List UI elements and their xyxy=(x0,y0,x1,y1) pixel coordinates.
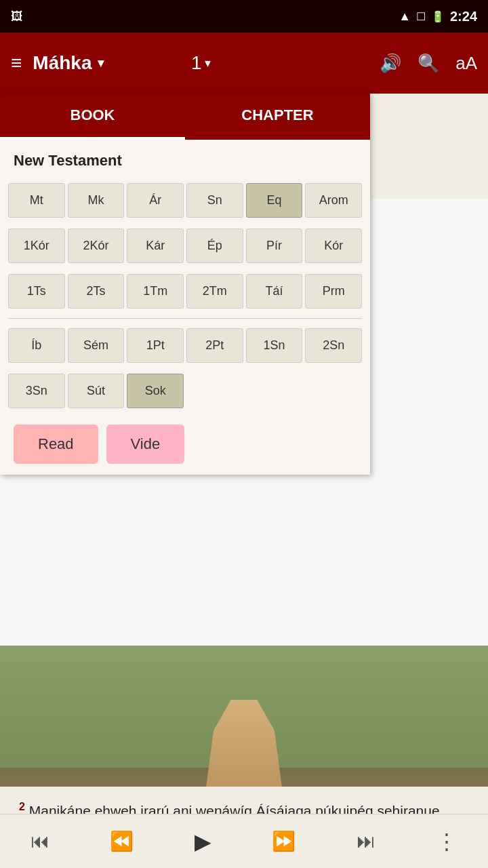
skip-forward-button[interactable]: ⏭ xyxy=(357,830,375,852)
status-time: 2:24 xyxy=(450,9,477,24)
book-grid-row3: 1Ts 2Ts 1Tm 2Tm Táí Prm xyxy=(0,269,370,314)
top-bar: ≡ Máhka ▾ 1 ▾ 🔊 🔍 aA xyxy=(0,33,488,94)
wifi-icon: ▲ xyxy=(399,9,411,24)
grid-divider xyxy=(8,318,362,319)
section-header: New Testament xyxy=(0,140,370,178)
rewind-button[interactable]: ⏪ xyxy=(110,830,134,852)
book-title[interactable]: Máhka xyxy=(33,52,92,74)
dropdown-tabs: BOOK CHAPTER xyxy=(0,94,370,140)
status-bar: 🖼 ▲ ☐ 🔋 2:24 xyxy=(0,0,488,33)
book-ep[interactable]: Ép xyxy=(186,229,243,263)
vide-button[interactable]: Vide xyxy=(106,425,185,464)
more-options-button[interactable]: ⋮ xyxy=(436,829,458,854)
book-grid-row2: 1Kór 2Kór Kár Ép Pír Kór xyxy=(0,223,370,269)
book-ar[interactable]: Ár xyxy=(127,183,184,218)
signal-icon: ☐ xyxy=(416,10,426,23)
book-empty2 xyxy=(246,374,303,408)
search-icon[interactable]: 🔍 xyxy=(418,53,439,74)
book-mt[interactable]: Mt xyxy=(8,183,65,218)
book-empty1 xyxy=(186,374,243,408)
book-sem[interactable]: Sém xyxy=(68,328,125,363)
speaker-icon[interactable]: 🔊 xyxy=(380,53,401,74)
play-button[interactable]: ▶ xyxy=(195,829,211,854)
book-sok[interactable]: Sok xyxy=(127,374,184,408)
book-2tm[interactable]: 2Tm xyxy=(186,274,243,309)
book-2sn[interactable]: 2Sn xyxy=(305,328,362,363)
bottom-nav: ⏮ ⏪ ▶ ⏩ ⏭ ⋮ xyxy=(0,814,488,868)
skip-back-button[interactable]: ⏮ xyxy=(30,830,49,852)
tab-chapter[interactable]: CHAPTER xyxy=(185,94,370,140)
book-grid-row4: Íb Sém 1Pt 2Pt 1Sn 2Sn xyxy=(0,323,370,368)
book-kar[interactable]: Kár xyxy=(127,229,184,263)
book-kor[interactable]: Kór xyxy=(305,229,362,263)
book-pir[interactable]: Pír xyxy=(246,229,303,263)
book-chapter-dropdown: BOOK CHAPTER New Testament Mt Mk Ár Sn E… xyxy=(0,94,370,475)
book-mk[interactable]: Mk xyxy=(68,183,125,218)
book-dropdown-arrow[interactable]: ▾ xyxy=(98,56,104,71)
tab-book[interactable]: BOOK xyxy=(0,94,185,140)
book-1pt[interactable]: 1Pt xyxy=(127,328,184,363)
book-prm[interactable]: Prm xyxy=(305,274,362,309)
book-2kor[interactable]: 2Kór xyxy=(68,229,125,263)
book-2pt[interactable]: 2Pt xyxy=(186,328,243,363)
forward-button[interactable]: ⏩ xyxy=(272,830,296,852)
status-icon-image: 🖼 xyxy=(11,9,23,24)
book-sut[interactable]: Sút xyxy=(68,374,125,408)
menu-icon[interactable]: ≡ xyxy=(11,52,22,74)
battery-icon: 🔋 xyxy=(431,10,445,23)
chapter-dropdown-arrow[interactable]: ▾ xyxy=(205,56,211,71)
book-arom[interactable]: Arom xyxy=(305,183,362,218)
book-2ts[interactable]: 2Ts xyxy=(68,274,125,309)
verse-num-2: 2 xyxy=(19,801,25,812)
book-ib[interactable]: Íb xyxy=(8,328,65,363)
book-eq[interactable]: Eq xyxy=(246,183,303,218)
book-1ts[interactable]: 1Ts xyxy=(8,274,65,309)
action-buttons: Read Vide xyxy=(0,414,370,475)
font-size-icon[interactable]: aA xyxy=(455,53,477,74)
book-empty3 xyxy=(305,374,362,408)
book-grid-row1: Mt Mk Ár Sn Eq Arom xyxy=(0,178,370,223)
book-sn[interactable]: Sn xyxy=(186,183,243,218)
book-grid-row5: 3Sn Sút Sok xyxy=(0,368,370,414)
book-tai[interactable]: Táí xyxy=(246,274,303,309)
book-1kor[interactable]: 1Kór xyxy=(8,229,65,263)
book-3sn[interactable]: 3Sn xyxy=(8,374,65,408)
book-1sn[interactable]: 1Sn xyxy=(246,328,303,363)
read-button[interactable]: Read xyxy=(14,425,98,464)
book-1tm[interactable]: 1Tm xyxy=(127,274,184,309)
chapter-num[interactable]: 1 xyxy=(191,52,202,74)
